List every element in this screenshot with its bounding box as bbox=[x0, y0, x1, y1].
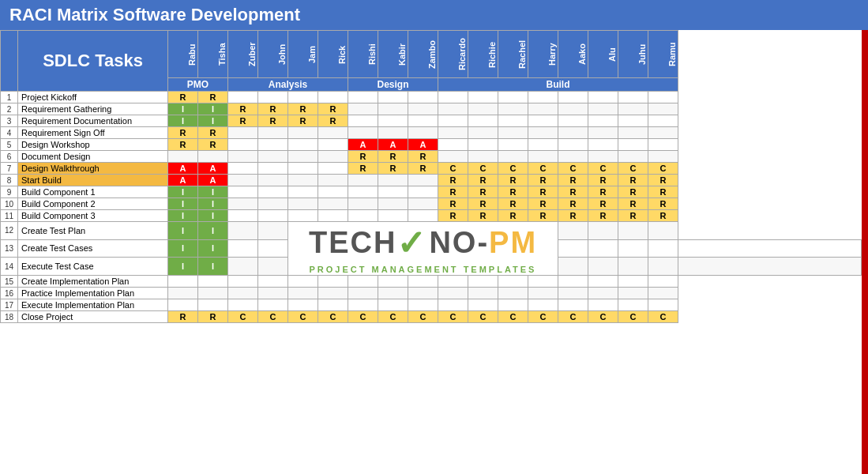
raci-cell: I bbox=[198, 222, 228, 240]
raci-cell: I bbox=[168, 103, 198, 115]
person-jam: Jam bbox=[288, 31, 318, 78]
raci-cell: C bbox=[498, 311, 528, 323]
raci-cell: I bbox=[198, 103, 228, 115]
raci-cell: R bbox=[318, 115, 348, 127]
raci-cell: R bbox=[468, 198, 498, 210]
raci-cell: C bbox=[438, 163, 468, 175]
raci-cell: C bbox=[588, 163, 618, 175]
raci-cell bbox=[648, 127, 678, 139]
raci-cell bbox=[318, 151, 348, 163]
raci-cell: R bbox=[198, 92, 228, 103]
raci-cell bbox=[258, 299, 288, 311]
person-ricardo: Ricardo bbox=[438, 31, 468, 78]
raci-cell bbox=[558, 115, 588, 127]
raci-cell bbox=[408, 276, 438, 288]
raci-cell bbox=[558, 258, 588, 276]
person-rick: Rick bbox=[318, 31, 348, 78]
raci-cell bbox=[438, 139, 468, 151]
row-number: 14 bbox=[1, 258, 18, 276]
raci-cell: R bbox=[498, 198, 528, 210]
raci-cell bbox=[528, 139, 558, 151]
raci-cell bbox=[318, 299, 348, 311]
raci-cell bbox=[438, 115, 468, 127]
raci-cell bbox=[408, 210, 438, 222]
raci-cell bbox=[318, 163, 348, 175]
raci-cell bbox=[348, 103, 378, 115]
raci-cell: C bbox=[408, 311, 438, 323]
title-bar: RACI Matrix Software Development bbox=[0, 0, 868, 30]
raci-cell bbox=[348, 127, 378, 139]
task-name: Project Kickoff bbox=[18, 92, 168, 103]
raci-cell: I bbox=[168, 186, 198, 198]
raci-cell bbox=[258, 222, 288, 240]
raci-cell: R bbox=[588, 175, 618, 186]
raci-cell: C bbox=[648, 311, 678, 323]
raci-cell: A bbox=[408, 139, 438, 151]
person-john: John bbox=[258, 31, 288, 78]
task-name: Requirement Gathering bbox=[18, 103, 168, 115]
raci-cell: R bbox=[378, 163, 408, 175]
raci-cell bbox=[288, 276, 318, 288]
raci-cell: R bbox=[198, 139, 228, 151]
raci-cell bbox=[168, 276, 198, 288]
raci-cell bbox=[348, 210, 378, 222]
table-row: 7Design WalkthroughAARRRCCCCCCCC bbox=[1, 163, 862, 175]
raci-cell bbox=[498, 127, 528, 139]
raci-cell: R bbox=[198, 127, 228, 139]
raci-cell bbox=[498, 288, 528, 299]
raci-cell bbox=[228, 239, 258, 258]
raci-cell bbox=[648, 276, 678, 288]
raci-cell bbox=[468, 288, 498, 299]
raci-cell bbox=[288, 92, 318, 103]
task-name: Requirement Documentation bbox=[18, 115, 168, 127]
row-number: 9 bbox=[1, 186, 18, 198]
raci-cell: R bbox=[258, 115, 288, 127]
raci-cell bbox=[408, 127, 438, 139]
raci-cell bbox=[588, 222, 618, 240]
raci-cell bbox=[198, 151, 228, 163]
raci-cell bbox=[648, 258, 678, 276]
task-name: Execute Test Case bbox=[18, 258, 168, 276]
raci-cell bbox=[468, 139, 498, 151]
raci-cell: I bbox=[168, 115, 198, 127]
raci-cell bbox=[468, 276, 498, 288]
table-row: 1Project KickoffRR bbox=[1, 92, 862, 103]
raci-cell bbox=[618, 139, 648, 151]
raci-cell bbox=[408, 198, 438, 210]
raci-cell bbox=[378, 92, 408, 103]
raci-cell bbox=[228, 210, 258, 222]
raci-cell: I bbox=[168, 239, 198, 258]
raci-cell bbox=[618, 258, 648, 276]
row-number: 10 bbox=[1, 198, 18, 210]
row-number: 8 bbox=[1, 175, 18, 186]
raci-cell bbox=[528, 103, 558, 115]
raci-cell bbox=[198, 299, 228, 311]
raci-cell: A bbox=[378, 139, 408, 151]
raci-cell bbox=[588, 258, 618, 276]
raci-cell bbox=[408, 288, 438, 299]
raci-cell bbox=[228, 175, 258, 186]
raci-cell: I bbox=[198, 115, 228, 127]
raci-cell bbox=[258, 198, 288, 210]
raci-cell bbox=[258, 239, 288, 258]
raci-cell bbox=[318, 198, 348, 210]
raci-cell: R bbox=[588, 198, 618, 210]
raci-cell bbox=[408, 175, 438, 186]
raci-cell bbox=[588, 92, 618, 103]
raci-cell bbox=[288, 299, 318, 311]
raci-cell: A bbox=[168, 175, 198, 186]
raci-cell bbox=[198, 288, 228, 299]
raci-cell: I bbox=[198, 210, 228, 222]
group-pmo: PMO bbox=[168, 78, 228, 92]
row-number: 17 bbox=[1, 299, 18, 311]
raci-cell bbox=[558, 139, 588, 151]
table-row: 10Build Component 2IIRRRRRRRR bbox=[1, 198, 862, 210]
raci-cell bbox=[588, 103, 618, 115]
raci-cell: R bbox=[288, 115, 318, 127]
raci-cell bbox=[558, 151, 588, 163]
task-name: Build Component 3 bbox=[18, 210, 168, 222]
raci-cell: R bbox=[648, 175, 678, 186]
raci-cell bbox=[318, 127, 348, 139]
raci-cell: R bbox=[168, 127, 198, 139]
row-number: 12 bbox=[1, 222, 18, 240]
